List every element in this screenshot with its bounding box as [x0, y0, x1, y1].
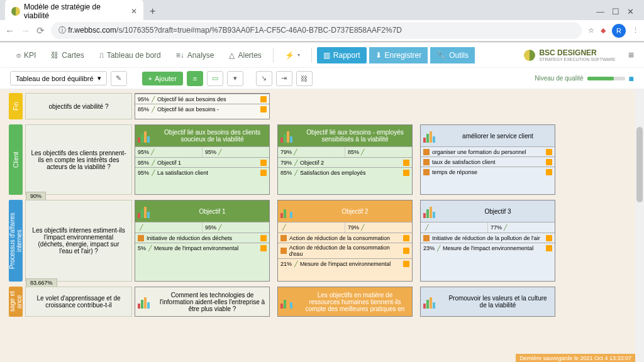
lane-desc-internal: Les objectifs internes estiment-ils l'im… [25, 200, 132, 282]
spark-icon: ╱ [152, 96, 155, 102]
spark-icon: ╱ [152, 106, 155, 112]
menu-kpi[interactable]: ⌾KPI [10, 47, 42, 63]
quality-meter [587, 77, 625, 80]
divider [311, 48, 312, 63]
link-icon: ⛓ [51, 51, 58, 60]
bar-chart-icon [138, 129, 154, 143]
url-host: fr.webbsc.com [68, 26, 116, 35]
indicator-icon [403, 261, 409, 267]
scrollbar-thumb[interactable] [636, 127, 643, 202]
favicon-icon [11, 7, 20, 16]
window-maximize-button[interactable]: ☐ [612, 7, 619, 16]
strategy-card[interactable]: Objectif 2╱79%╱Action de réduction de la… [277, 200, 413, 282]
bar-chart-icon [138, 204, 154, 218]
menu-lightning[interactable]: ⚡▾ [279, 47, 306, 63]
new-tab-button[interactable]: + [145, 3, 160, 19]
list-view-button[interactable]: ≡ [187, 71, 203, 86]
card-title: Objectif lié aux besoins des clients sou… [158, 129, 267, 143]
strategy-card[interactable]: Les objectifs en matière de ressources h… [277, 287, 413, 317]
browser-tab[interactable]: Modèle de stratégie de viabilité ✕ [5, 0, 143, 24]
strategy-map-canvas[interactable]: Fin objectifs de viabilité ? 95%╱Objecti… [9, 93, 635, 362]
lane-percent: 90% [26, 192, 46, 200]
strategy-card[interactable]: Comment les technologies de l'informatio… [135, 287, 270, 317]
strategy-card[interactable]: Objectif lié aux besoins des clients sou… [135, 124, 270, 195]
nav-forward-icon: → [21, 25, 30, 36]
secondary-toolbar: Tableau de bord équilibré▾ ✎ +Ajouter ≡ … [0, 68, 644, 89]
indicator-icon [403, 248, 409, 254]
window-minimize-button[interactable]: — [596, 7, 604, 16]
indicator-icon [260, 96, 267, 102]
indicator-icon [403, 170, 409, 176]
camera-icon[interactable]: ■ [629, 74, 634, 84]
brand-logo[interactable]: BSC DESIGNER STRATEGY EXECUTION SOFTWARE [524, 48, 615, 62]
card-title: Comment les technologies de l'informatio… [158, 292, 267, 312]
card-line-text: Action de réduction de la consommation [289, 235, 390, 241]
edit-button[interactable]: ✎ [111, 71, 127, 86]
lane-learning[interactable]: sage et ance [9, 287, 23, 317]
card-line-text: Mesure de l'impact environnemental [300, 261, 391, 267]
bar-chart-icon [280, 295, 297, 309]
indicator-icon [260, 160, 267, 166]
lane-client[interactable]: Client [9, 124, 23, 195]
close-icon[interactable]: ✕ [131, 7, 137, 16]
strategy-card[interactable]: Objectif 1╱95%╱Initiative de réduction d… [135, 200, 270, 282]
add-button[interactable]: +Ajouter [142, 72, 183, 85]
last-save-badge: Dernière sauvegarde le 2021 Oct 4 13:33:… [516, 354, 635, 362]
menu-dashboard[interactable]: ⎍Tableau de bord [93, 47, 167, 63]
card-line-text: La satisfaction client [157, 170, 208, 176]
kebab-menu-icon[interactable]: ⋮ [632, 26, 639, 35]
menu-alertes[interactable]: △Alertes [223, 47, 267, 63]
card-line-text: organiser une formation du personnel [432, 149, 526, 155]
dropdown-tool-button[interactable]: ▾ [227, 71, 243, 86]
card-line-text: taux de satisfaction client [432, 159, 496, 165]
menu-enregistrer[interactable]: ⬇Enregistrer [369, 47, 428, 63]
import-tool-button[interactable]: ⇥ [276, 71, 292, 86]
box-tool-button[interactable]: ▭ [207, 71, 223, 86]
menu-outils[interactable]: 🔧Outils [430, 47, 475, 63]
strategy-card[interactable]: améliorer le service clientorganiser une… [420, 124, 555, 195]
address-bar[interactable]: ⓘ fr.webbsc.com/s/1076355?draft=true#map… [51, 22, 582, 39]
profile-avatar[interactable]: R [612, 24, 626, 38]
alert-icon: △ [229, 51, 235, 60]
lane-desc-learning: Le volet d'apprentissage et de croissanc… [25, 287, 132, 317]
indicator-icon [260, 245, 267, 251]
card-line-text: Mesure de l'impact environnemental [443, 245, 533, 251]
card-finance-besoins[interactable]: 95%╱Objectif lié aux besoins des 85%╱Obj… [135, 93, 270, 119]
card-line-text: Initiative de réduction de la pollution … [432, 235, 540, 241]
card-line-text: Satisfaction des employés [300, 170, 366, 176]
indicator-icon [546, 159, 552, 165]
chain-tool-button[interactable]: ⛓ [296, 71, 313, 86]
menu-analyse[interactable]: ≡↓Analyse [170, 47, 221, 63]
card-title: Promouvoir les valeurs et la culture de … [443, 295, 552, 309]
bar-chart-icon [280, 204, 297, 218]
indicator-icon [403, 160, 409, 166]
extension-icon[interactable]: ◆ [601, 26, 606, 35]
star-icon[interactable]: ☆ [588, 26, 594, 35]
indicator-icon [546, 235, 552, 241]
view-selector[interactable]: Tableau de bord équilibré▾ [10, 71, 107, 85]
chevron-down-icon: ▾ [297, 52, 300, 58]
plus-icon: + [148, 75, 152, 82]
logo-icon [524, 50, 535, 61]
lane-finance[interactable]: Fin [9, 93, 23, 119]
hamburger-icon[interactable]: ≡ [628, 50, 634, 61]
lightning-icon: ⚡ [285, 51, 294, 60]
nav-reload-icon[interactable]: ⟳ [36, 25, 45, 36]
lock-icon: ⓘ [58, 26, 68, 35]
vertical-scrollbar[interactable] [635, 89, 644, 362]
lane-desc-finance: objectifs de viabilité ? [25, 93, 132, 119]
save-icon: ⬇ [375, 51, 382, 60]
strategy-card[interactable]: Promouvoir les valeurs et la culture de … [420, 287, 555, 317]
menu-cartes[interactable]: ⛓Cartes [45, 47, 90, 63]
lane-percent: 83.667% [26, 278, 57, 287]
connect-tool-button[interactable]: ↘ [256, 71, 272, 86]
card-title: Objectif lié aux besoins - employés sens… [301, 129, 409, 143]
window-close-button[interactable]: ✕ [627, 7, 634, 16]
menu-rapport[interactable]: ▥Rapport [317, 47, 367, 63]
card-line-text: Mesure de l'impact environmental [154, 245, 238, 251]
nav-back-icon[interactable]: ← [5, 25, 14, 36]
strategy-card[interactable]: Objectif lié aux besoins - employés sens… [277, 124, 413, 195]
main-menu-bar: ⌾KPI ⛓Cartes ⎍Tableau de bord ≡↓Analyse … [0, 43, 644, 68]
lane-internal[interactable]: Processus d'affaires internes [9, 200, 23, 282]
strategy-card[interactable]: Objectif 3╱77%╱Initiative de réduction d… [420, 200, 555, 282]
